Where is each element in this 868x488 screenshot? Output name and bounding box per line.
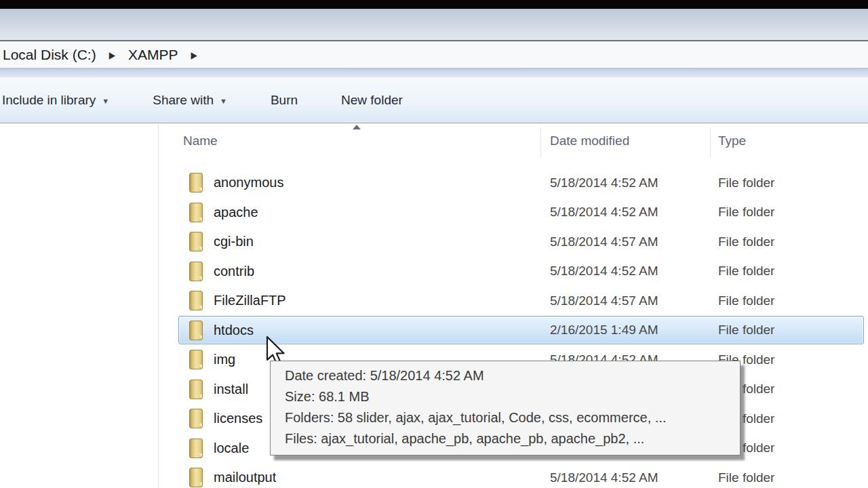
address-bar[interactable]: Local Disk (C:) ▶ XAMPP ▶ [0,40,868,68]
file-date-modified: 2/16/2015 1:49 AM [550,323,658,338]
file-name: locale [214,441,249,456]
file-date-modified: 5/18/2014 4:52 AM [550,176,658,190]
tooltip-line: Folders: 58 slider, ajax, ajax_tutorial,… [285,407,733,428]
file-name: htdocs [214,323,254,338]
file-type: File folder [718,470,774,485]
tooltip-line: Size: 68.1 MB [285,386,733,407]
addressbar-glass-band [0,68,868,77]
toolbar-button[interactable]: Share with ▼ [153,93,227,108]
chevron-down-icon: ▼ [220,95,227,105]
folder-icon [187,172,205,193]
top-black-bar [0,0,868,9]
file-type: File folder [718,323,774,338]
titlebar-glass [0,9,868,40]
table-row[interactable]: htdocs 2/16/2015 1:49 AM File folder [158,316,868,346]
table-row[interactable]: cgi-bin 5/18/2014 4:57 AM File folder [158,227,868,257]
column-header-type[interactable]: Type [718,123,746,159]
file-name: licenses [214,411,262,426]
toolbar-button[interactable]: New folder ▼ [341,93,403,108]
toolbar-button-label: Burn [271,93,298,108]
file-type: File folder [718,293,774,308]
table-row[interactable]: mailoutput 5/18/2014 4:52 AM File folder [158,463,868,488]
sort-ascending-icon [353,125,361,129]
breadcrumb-arrow-icon[interactable]: ▶ [191,49,197,60]
command-toolbar: Include in library ▼ Share with ▼ Burn ▼… [0,77,868,123]
breadcrumb-arrow-icon[interactable]: ▶ [109,49,115,60]
folder-icon [187,349,205,370]
file-name: mailoutput [214,470,276,485]
file-name: contrib [214,264,254,279]
column-separator[interactable] [710,127,711,157]
column-header-name[interactable]: Name [183,123,218,159]
folder-icon [187,261,205,282]
table-row[interactable]: contrib 5/18/2014 4:52 AM File folder [158,257,868,287]
file-name: install [214,382,248,397]
file-name: FileZillaFTP [214,293,286,308]
folder-icon [187,231,205,252]
toolbar-button-label: New folder [341,93,403,108]
tooltip-line: Date created: 5/18/2014 4:52 AM [285,365,733,386]
table-row[interactable]: anonymous 5/18/2014 4:52 AM File folder [158,168,868,198]
toolbar-button[interactable]: Burn ▼ [271,93,298,108]
tooltip-line: Files: ajax_tutorial, apache_pb, apache_… [285,428,733,449]
toolbar-button-label: Include in library [2,93,96,108]
file-type: File folder [718,235,774,249]
folder-info-tooltip: Date created: 5/18/2014 4:52 AM Size: 68… [270,361,741,455]
folder-icon [187,379,205,400]
breadcrumb: Local Disk (C:) ▶ XAMPP ▶ [0,47,210,63]
folder-icon [187,320,205,341]
file-name: apache [214,205,258,220]
breadcrumb-segment[interactable]: XAMPP [128,47,178,63]
file-type: File folder [718,205,774,220]
file-name: cgi-bin [214,234,254,249]
file-name: img [214,352,235,367]
column-header-date-modified[interactable]: Date modified [550,123,629,159]
toolbar-button-label: Share with [153,93,214,108]
table-row[interactable]: FileZillaFTP 5/18/2014 4:57 AM File fold… [158,286,868,316]
folder-icon [187,408,205,429]
file-date-modified: 5/18/2014 4:57 AM [550,235,658,249]
file-date-modified: 5/18/2014 4:52 AM [550,264,658,279]
folder-icon [187,290,205,311]
folder-icon [187,438,205,459]
file-date-modified: 5/18/2014 4:57 AM [550,293,658,308]
explorer-window: Local Disk (C:) ▶ XAMPP ▶ Include in lib… [0,0,868,488]
toolbar-button[interactable]: Include in library ▼ [2,93,109,108]
file-date-modified: 5/18/2014 4:52 AM [550,470,658,485]
file-type: File folder [718,176,774,190]
folder-icon [187,467,205,488]
breadcrumb-segment[interactable]: Local Disk (C:) [3,47,96,63]
file-type: File folder [718,264,774,279]
column-separator[interactable] [540,127,541,157]
table-row[interactable]: apache 5/18/2014 4:52 AM File folder [158,198,868,228]
chevron-down-icon: ▼ [102,95,109,105]
folder-icon [187,202,205,223]
file-date-modified: 5/18/2014 4:52 AM [550,205,658,220]
file-name: anonymous [214,175,283,190]
